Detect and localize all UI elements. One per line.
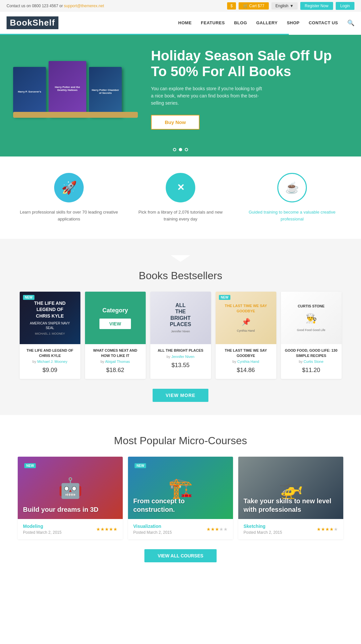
book-title-3: ALL THE BRIGHT PLACES [154, 348, 207, 353]
book-info-what-comes: WHAT COMES NEXT AND HOW TO LIKE IT by Ab… [85, 344, 146, 379]
contact-info: Contact us on 0800 123 4567 or support@t… [7, 4, 104, 8]
courses-grid: 🤖 NEW Build your dreams in 3D Modeling P… [7, 457, 354, 539]
nav-features[interactable]: FEATURES [201, 20, 225, 25]
course-footer-1: Modeling Posted March 2, 2015 ★★★★★ [23, 524, 117, 535]
new-badge-course-1: NEW [24, 463, 36, 468]
course-overlay-3: Take your skills to new level with profe… [238, 491, 343, 519]
book-author-1: by Michael J. Mooney [24, 360, 76, 364]
slider-dot-3[interactable] [185, 148, 188, 151]
feature-text-3: Guided training to become a valuable cre… [243, 209, 341, 223]
header: BookShelf HOME FEATURES BLOG GALLERY SHO… [0, 12, 361, 34]
top-bar-actions: $ 🛒 Cart $77 English ▼ Register Now Logi… [227, 2, 354, 10]
book-author-4: by Cynthia Hand [220, 360, 272, 364]
book-cover-all-bright: ALLTHEBRIGHTPLACES Jennifer Niven [150, 292, 211, 344]
view-all-courses-button[interactable]: VIEW ALL COURSES [144, 549, 216, 562]
hero-book-1: Harry P. Sorcerer's [13, 67, 46, 116]
buy-now-button[interactable]: Buy Now [151, 115, 200, 130]
book-title-4: THE LAST TIME WE SAY GOODBYE [220, 348, 272, 358]
feature-item-1: 🚀 Learn professional skills for over 70 … [13, 173, 125, 223]
hero-title: Holiday Season Sale Off Up To 50% For Al… [151, 48, 348, 80]
course-card-visualization[interactable]: 🏗️ NEW From concept to construction. Vis… [128, 457, 233, 539]
contact-text: Contact us on 0800 123 4567 or [7, 4, 64, 8]
book-author-3: by Jennifer Niven [154, 355, 207, 359]
courses-title: Most Popular Micro-Courses [7, 435, 354, 447]
book-card-chris-kyle[interactable]: NEW THE LIFE AND LEGEND OFCHRIS KYLE AME… [20, 292, 80, 379]
nav-contact[interactable]: CONTACT US [309, 20, 338, 25]
book-cover-chris-kyle: NEW THE LIFE AND LEGEND OFCHRIS KYLE AME… [20, 292, 80, 344]
feature-item-3[interactable]: ☕ Guided training to become a valuable c… [236, 173, 348, 223]
view-more-wrap: VIEW MORE [7, 389, 354, 402]
course-title-2: From concept to construction. [133, 497, 228, 514]
book-price-4: $14.86 [220, 367, 272, 374]
book-shelf [13, 112, 138, 118]
feature-text-1: Learn professional skills for over 70 le… [20, 209, 118, 223]
courses-section: Most Popular Micro-Courses 🤖 NEW Build y… [0, 415, 361, 579]
course-category-2: Visualization [133, 524, 172, 529]
slider-dots [0, 143, 361, 156]
course-card-sketching[interactable]: 🚁 Take your skills to new level with pro… [238, 457, 343, 539]
book-author-5: by Curtis Stone [285, 360, 338, 364]
bestsellers-section: Books Bestsellers NEW THE LIFE AND LEGEN… [0, 239, 361, 415]
coffee-icon: ☕ [277, 173, 307, 202]
course-date-3: Posted March 2, 2015 [244, 530, 282, 535]
course-info-visualization: Visualization Posted March 2, 2015 ★★★★★ [128, 519, 233, 539]
course-date-2: Posted March 2, 2015 [133, 530, 172, 535]
nav-home[interactable]: HOME [178, 20, 192, 25]
slider-dot-1[interactable] [173, 148, 176, 151]
new-badge-2: NEW [219, 295, 230, 300]
new-badge: NEW [23, 295, 34, 300]
book-price-3: $13.55 [154, 362, 207, 369]
category-cover: Category VIEW [85, 292, 146, 344]
course-info-modeling: Modeling Posted March 2, 2015 ★★★★★ [18, 519, 123, 539]
bestsellers-title: Books Bestsellers [7, 270, 354, 282]
rocket-icon: 🚀 [54, 173, 84, 202]
register-button[interactable]: Register Now [300, 2, 333, 10]
language-button[interactable]: English ▼ [271, 2, 297, 10]
course-title-1: Build your dreams in 3D [23, 505, 117, 514]
hero-books: Harry P. Sorcerer's Harry Potter and the… [13, 61, 138, 116]
course-card-modeling[interactable]: 🤖 NEW Build your dreams in 3D Modeling P… [18, 457, 123, 539]
search-icon[interactable]: 🔍 [347, 19, 354, 27]
top-bar: Contact us on 0800 123 4567 or support@t… [0, 0, 361, 12]
view-more-button[interactable]: VIEW MORE [153, 389, 209, 402]
hero-section: Harry P. Sorcerer's Harry Potter and the… [0, 35, 361, 143]
course-overlay-1: Build your dreams in 3D [18, 500, 123, 519]
hero-book-3: Harry Potter Chamber of Secrets [89, 67, 122, 116]
course-title-3: Take your skills to new level with profe… [244, 497, 338, 514]
nav-gallery[interactable]: GALLERY [256, 20, 278, 25]
logo[interactable]: BookShelf [7, 16, 58, 29]
features-section: 🚀 Learn professional skills for over 70 … [0, 156, 361, 239]
course-stars-2: ★★★★★ [206, 526, 228, 532]
course-stars-3: ★★★★★ [317, 526, 338, 532]
hero-book-2: Harry Potter and the Deathly Hallows [49, 61, 86, 116]
book-info-chris-kyle: THE LIFE AND LEGEND OF CHRIS KYLE by Mic… [20, 344, 80, 379]
book-card-all-bright[interactable]: ALLTHEBRIGHTPLACES Jennifer Niven ALL TH… [150, 292, 211, 379]
book-info-all-bright: ALL THE BRIGHT PLACES by Jennifer Niven … [150, 344, 211, 374]
book-card-category: Category VIEW WHAT COMES NEXT AND HOW TO… [85, 292, 146, 379]
book-price-1: $9.09 [24, 367, 76, 374]
course-image-modeling: 🤖 NEW Build your dreams in 3D [18, 457, 123, 519]
book-title-2: WHAT COMES NEXT AND HOW TO LIKE IT [89, 348, 142, 358]
feature-item-2: ✕ Pick from a library of 2,076 tutorials… [125, 173, 236, 223]
cart-button[interactable]: 🛒 Cart $77 [239, 2, 269, 10]
course-image-sketching: 🚁 Take your skills to new level with pro… [238, 457, 343, 519]
view-button[interactable]: VIEW [99, 319, 131, 329]
course-category-3: Sketching [244, 524, 282, 529]
main-nav: HOME FEATURES BLOG GALLERY SHOP CONTACT … [178, 19, 354, 27]
nav-blog[interactable]: BLOG [234, 20, 247, 25]
slider-dot-2[interactable] [179, 148, 182, 151]
login-button[interactable]: Login [336, 2, 354, 10]
book-title-5: GOOD FOOD, GOOD LIFE: 130 SIMPLE RECIPES [285, 348, 338, 358]
section-arrow [171, 255, 190, 262]
book-cover-last-time: NEW THE LAST TIME WE SAY GOODBYE 📌 Cynth… [216, 292, 276, 344]
currency-button[interactable]: $ [227, 2, 236, 10]
support-email-link[interactable]: support@themerex.net [64, 4, 104, 8]
book-title-1: THE LIFE AND LEGEND OF CHRIS KYLE [24, 348, 76, 358]
hero-description: You can explore the books store if you'r… [151, 85, 263, 107]
book-card-good-food[interactable]: CURTIS STONE 👨‍🍳 Good Food Good Life GOO… [281, 292, 342, 379]
course-footer-3: Sketching Posted March 2, 2015 ★★★★★ [244, 524, 338, 535]
nav-shop[interactable]: SHOP [287, 20, 300, 25]
book-cover-good-food: CURTIS STONE 👨‍🍳 Good Food Good Life [281, 292, 342, 344]
book-card-last-time[interactable]: NEW THE LAST TIME WE SAY GOODBYE 📌 Cynth… [216, 292, 276, 379]
course-overlay-2: From concept to construction. [128, 491, 233, 519]
